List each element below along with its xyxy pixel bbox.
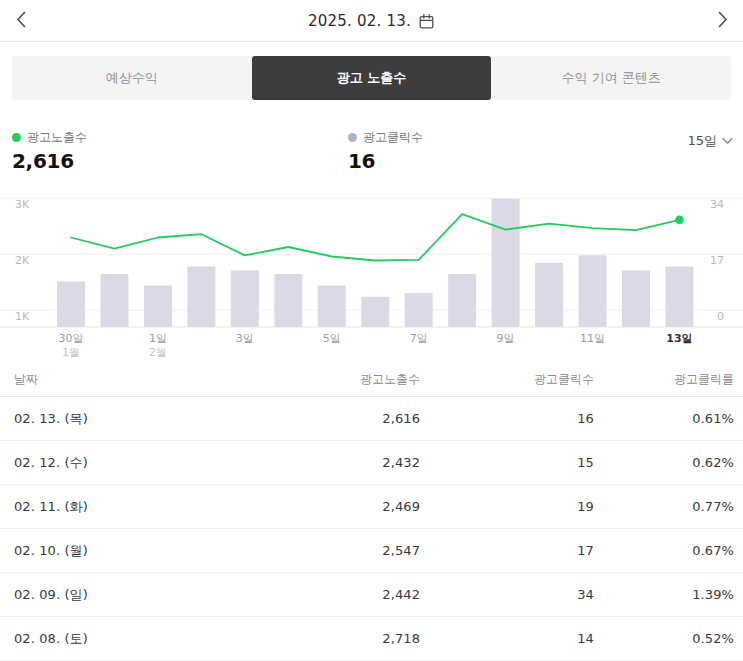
date-picker[interactable]: 2025. 02. 13. [0, 0, 743, 42]
daily-stats-table: 날짜 광고노출수 광고클릭수 광고클릭률 02. 13. (목) 2,616 1… [0, 362, 743, 661]
clicks-bar [622, 270, 650, 327]
impressions-legend-dot-icon [12, 133, 21, 142]
left-axis-label: 1K [15, 310, 30, 323]
clicks-legend-dot-icon [348, 133, 357, 142]
clicks-bar [535, 263, 563, 327]
clicks-bar [100, 274, 128, 327]
clicks-bar [187, 266, 215, 327]
table-row: 02. 12. (수) 2,432 15 0.62% [0, 441, 743, 485]
chevron-down-icon [722, 137, 733, 145]
right-axis-label: 0 [717, 310, 724, 323]
clicks-bar [231, 270, 259, 327]
clicks-bar [665, 266, 693, 327]
clicks-cell: 19 [420, 499, 594, 514]
clicks-bar [318, 285, 346, 327]
chevron-right-icon [716, 11, 729, 31]
left-axis-label: 3K [15, 198, 30, 211]
column-header-clicks: 광고클릭수 [420, 371, 594, 388]
date-cell: 02. 08. (토) [14, 630, 244, 648]
date-cell: 02. 13. (목) [14, 410, 244, 428]
column-header-date: 날짜 [14, 371, 244, 388]
x-axis-label: 13일 [666, 332, 692, 345]
chart-svg: 1K02K173K3430일1월1일2월3일5일7일9일11일13일 [0, 185, 743, 360]
impressions-line [71, 214, 679, 260]
summary-row: 광고노출수 2,616 광고클릭수 16 15일 [0, 128, 743, 178]
ctr-cell: 0.77% [594, 499, 734, 514]
date-cell: 02. 09. (일) [14, 586, 244, 604]
impressions-cell: 2,469 [244, 499, 420, 514]
calendar-icon[interactable] [418, 13, 435, 30]
impressions-cell: 2,718 [244, 631, 420, 646]
tab-expected-revenue[interactable]: 예상수익 [12, 56, 252, 100]
x-axis-label: 1일 [149, 332, 167, 345]
ad-stats-page: 2025. 02. 13. 예상수익 광고 노출수 수익 기여 콘텐츠 [0, 0, 743, 661]
left-axis-label: 2K [15, 254, 30, 267]
clicks-bar [405, 293, 433, 327]
ctr-cell: 0.67% [594, 543, 734, 558]
x-axis-label: 9일 [497, 332, 515, 345]
clicks-bar [361, 297, 389, 327]
ctr-cell: 0.62% [594, 455, 734, 470]
date-cell: 02. 12. (수) [14, 454, 244, 472]
clicks-total-value: 16 [348, 149, 423, 173]
x-axis-label: 3일 [236, 332, 254, 345]
right-axis-label: 17 [710, 254, 724, 267]
clicks-cell: 34 [420, 587, 594, 602]
table-row: 02. 08. (토) 2,718 14 0.52% [0, 617, 743, 661]
x-axis-month-label: 1월 [62, 346, 80, 359]
clicks-cell: 15 [420, 455, 594, 470]
x-axis-label: 7일 [410, 332, 428, 345]
ctr-cell: 0.61% [594, 411, 734, 426]
column-header-impressions: 광고노출수 [244, 371, 420, 388]
x-axis-label: 30일 [59, 332, 84, 345]
clicks-legend-label: 광고클릭수 [363, 129, 423, 146]
clicks-cell: 14 [420, 631, 594, 646]
impressions-cell: 2,442 [244, 587, 420, 602]
tab-bar: 예상수익 광고 노출수 수익 기여 콘텐츠 [12, 56, 731, 100]
table-header-row: 날짜 광고노출수 광고클릭수 광고클릭률 [0, 362, 743, 397]
ctr-cell: 0.52% [594, 631, 734, 646]
clicks-bar [579, 255, 607, 327]
clicks-bar [492, 198, 520, 327]
clicks-bar [144, 285, 172, 327]
impressions-cell: 2,547 [244, 543, 420, 558]
clicks-bar [57, 282, 85, 327]
tab-ad-impressions[interactable]: 광고 노출수 [252, 56, 492, 100]
period-selector[interactable]: 15일 [687, 132, 733, 150]
table-row: 02. 10. (월) 2,547 17 0.67% [0, 529, 743, 573]
x-axis-label: 11일 [580, 332, 605, 345]
clicks-bar [448, 274, 476, 327]
impressions-cell: 2,432 [244, 455, 420, 470]
x-axis-month-label: 2월 [149, 346, 167, 359]
table-body: 02. 13. (목) 2,616 16 0.61% 02. 12. (수) 2… [0, 397, 743, 661]
impressions-line-end-dot [675, 216, 684, 225]
date-nav: 2025. 02. 13. [0, 0, 743, 42]
clicks-cell: 16 [420, 411, 594, 426]
clicks-bar [274, 274, 302, 327]
ctr-cell: 1.39% [594, 587, 734, 602]
column-header-ctr: 광고클릭률 [594, 371, 734, 388]
table-row: 02. 09. (일) 2,442 34 1.39% [0, 573, 743, 617]
clicks-summary: 광고클릭수 16 [348, 130, 423, 173]
impressions-clicks-chart: 1K02K173K3430일1월1일2월3일5일7일9일11일13일 [0, 185, 743, 360]
impressions-summary: 광고노출수 2,616 [12, 130, 87, 173]
impressions-legend-label: 광고노출수 [27, 129, 87, 146]
next-day-button[interactable] [707, 6, 737, 36]
table-row: 02. 11. (화) 2,469 19 0.77% [0, 485, 743, 529]
impressions-total-value: 2,616 [12, 149, 87, 173]
x-axis-label: 5일 [323, 332, 341, 345]
date-cell: 02. 10. (월) [14, 542, 244, 560]
clicks-cell: 17 [420, 543, 594, 558]
impressions-cell: 2,616 [244, 411, 420, 426]
right-axis-label: 34 [710, 198, 724, 211]
date-cell: 02. 11. (화) [14, 498, 244, 516]
table-row: 02. 13. (목) 2,616 16 0.61% [0, 397, 743, 441]
period-selector-label: 15일 [687, 132, 717, 150]
tab-revenue-contents[interactable]: 수익 기여 콘텐츠 [491, 56, 731, 100]
current-date: 2025. 02. 13. [308, 12, 411, 30]
